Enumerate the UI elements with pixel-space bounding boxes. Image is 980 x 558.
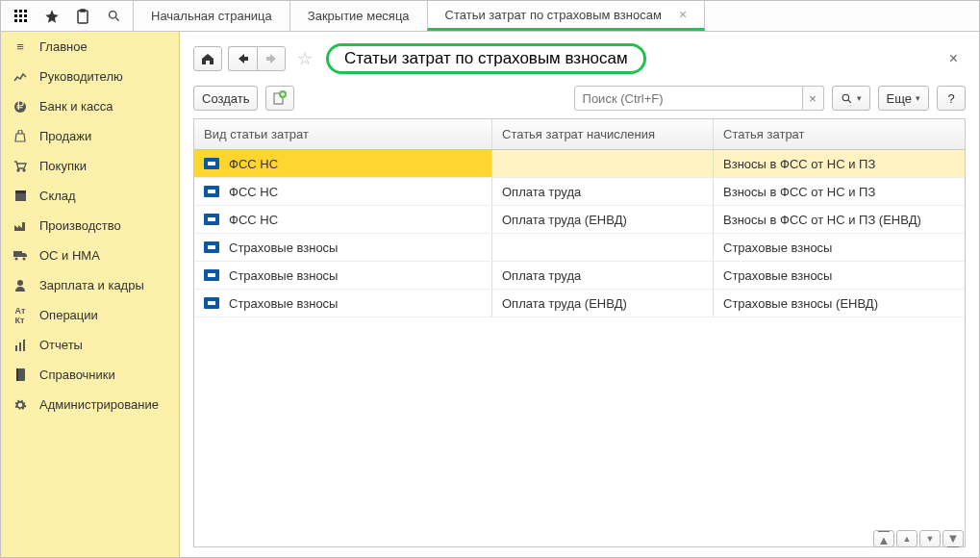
- sidebar-item-label: Операции: [39, 308, 98, 322]
- svg-rect-0: [14, 10, 17, 13]
- cell-accrual: Оплата труда: [492, 262, 714, 289]
- clear-search-button[interactable]: ×: [803, 86, 824, 111]
- sidebar-item-label: Покупки: [39, 159, 87, 173]
- sidebar-item-manager[interactable]: Руководителю: [1, 62, 179, 91]
- copy-create-button[interactable]: [265, 86, 294, 111]
- sidebar-item-hr[interactable]: Зарплата и кадры: [1, 270, 179, 300]
- scroll-down-button[interactable]: ▼: [919, 530, 941, 547]
- nav-buttons: [228, 46, 286, 71]
- column-header-type[interactable]: Вид статьи затрат: [194, 119, 492, 149]
- svg-rect-24: [16, 368, 18, 381]
- table-row[interactable]: ФСС НСВзносы в ФСС от НС и ПЗ: [194, 150, 965, 178]
- sidebar-item-label: Банк и касса: [39, 99, 113, 114]
- svg-rect-8: [24, 19, 27, 22]
- svg-rect-3: [14, 14, 17, 17]
- scroll-bottom-button[interactable]: ▼: [942, 530, 964, 547]
- sidebar-item-assets[interactable]: ОС и НМА: [1, 241, 179, 270]
- search-input[interactable]: [574, 86, 803, 111]
- app-body: ≡Главное Руководителю ₽Банк и касса Прод…: [1, 32, 979, 557]
- tab-month-close[interactable]: Закрытие месяца: [289, 1, 428, 31]
- cell-accrual: Оплата труда (ЕНВД): [492, 206, 714, 233]
- sidebar-item-bank[interactable]: ₽Банк и касса: [1, 91, 179, 121]
- clipboard-icon[interactable]: [68, 2, 97, 31]
- chevron-down-icon: ▾: [916, 93, 920, 103]
- sidebar-item-purchase[interactable]: Покупки: [1, 151, 179, 181]
- sidebar-item-warehouse[interactable]: Склад: [1, 181, 179, 211]
- svg-point-13: [17, 169, 19, 171]
- tab-label: Закрытие месяца: [308, 9, 410, 23]
- sidebar-item-main[interactable]: ≡Главное: [1, 32, 179, 62]
- svg-rect-6: [14, 19, 17, 22]
- cell-expense: Страховые взносы: [714, 262, 965, 289]
- sidebar-item-refs[interactable]: Справочники: [1, 360, 179, 390]
- table-row[interactable]: ФСС НСОплата труда (ЕНВД)Взносы в ФСС от…: [194, 206, 965, 234]
- record-icon: [204, 158, 219, 169]
- scroll-top-button[interactable]: ▲: [873, 530, 894, 547]
- toolbar: Создать × ▾ Еще ▾ ?: [180, 82, 979, 118]
- svg-text:₽: ₽: [16, 100, 24, 113]
- grid-body: ФСС НСВзносы в ФСС от НС и ПЗФСС НСОплат…: [194, 150, 965, 546]
- person-icon: [13, 279, 28, 292]
- cell-expense: Взносы в ФСС от НС и ПЗ (ЕНВД): [714, 206, 965, 233]
- svg-rect-4: [19, 14, 22, 17]
- table-row[interactable]: Страховые взносыСтраховые взносы: [194, 234, 965, 262]
- home-button[interactable]: [193, 46, 222, 71]
- data-grid: Вид статьи затрат Статья затрат начислен…: [193, 118, 966, 547]
- sidebar-item-label: Главное: [39, 39, 88, 54]
- top-bar-tools: [1, 1, 134, 31]
- svg-rect-2: [24, 10, 27, 13]
- sidebar-item-label: Зарплата и кадры: [39, 278, 144, 292]
- sidebar-item-reports[interactable]: Отчеты: [1, 330, 179, 360]
- back-button[interactable]: [228, 46, 257, 71]
- cell-expense: Страховые взносы (ЕНВД): [714, 290, 965, 317]
- sidebar-item-production[interactable]: Производство: [1, 211, 179, 241]
- apps-icon[interactable]: [7, 2, 36, 31]
- cell-expense: Взносы в ФСС от НС и ПЗ: [714, 150, 965, 177]
- table-row[interactable]: Страховые взносыОплата трудаСтраховые вз…: [194, 262, 965, 290]
- sidebar-item-label: Отчеты: [39, 338, 83, 352]
- find-button[interactable]: ▾: [832, 86, 870, 111]
- sidebar-item-sales[interactable]: Продажи: [1, 121, 179, 151]
- sidebar-item-label: Справочники: [39, 368, 115, 382]
- table-row[interactable]: ФСС НСОплата трудаВзносы в ФСС от НС и П…: [194, 178, 965, 206]
- tab-label: Статьи затрат по страховым взносам: [445, 8, 662, 22]
- tab-insurance-expenses[interactable]: Статьи затрат по страховым взносам ×: [427, 1, 706, 31]
- report-icon: [13, 340, 28, 351]
- favorite-star-icon[interactable]: ☆: [297, 48, 313, 69]
- cart-icon: [13, 160, 28, 172]
- grid-head: Вид статьи затрат Статья затрат начислен…: [194, 119, 965, 150]
- svg-rect-9: [78, 11, 88, 23]
- sidebar-item-label: Руководителю: [39, 69, 123, 84]
- search-icon[interactable]: [99, 2, 128, 31]
- page-header: ☆ Статьи затрат по страховым взносам ×: [180, 32, 979, 82]
- close-page-button[interactable]: ×: [945, 50, 962, 67]
- svg-rect-20: [15, 345, 17, 351]
- forward-button[interactable]: [257, 46, 286, 71]
- help-button[interactable]: ?: [937, 86, 966, 111]
- sidebar-item-label: Продажи: [39, 129, 91, 143]
- book-icon: [13, 368, 28, 381]
- ruble-icon: ₽: [13, 100, 28, 114]
- svg-point-19: [17, 280, 23, 286]
- sidebar-item-label: Склад: [39, 189, 76, 203]
- column-header-accrual[interactable]: Статья затрат начисления: [492, 119, 714, 149]
- close-icon[interactable]: ×: [679, 8, 687, 21]
- star-icon[interactable]: [38, 2, 66, 31]
- record-icon: [204, 214, 219, 225]
- factory-icon: [13, 220, 28, 232]
- tab-home[interactable]: Начальная страница: [133, 1, 290, 31]
- main-panel: ☆ Статьи затрат по страховым взносам × С…: [180, 32, 979, 557]
- create-button[interactable]: Создать: [193, 86, 258, 111]
- column-header-expense[interactable]: Статья затрат: [714, 119, 965, 149]
- sidebar-item-admin[interactable]: Администрирование: [1, 390, 179, 419]
- sidebar-item-ops[interactable]: АтКтОперации: [1, 300, 179, 330]
- cell-accrual: Оплата труда: [492, 178, 714, 205]
- more-button[interactable]: Еще ▾: [878, 86, 929, 111]
- scroll-up-button[interactable]: ▲: [896, 530, 917, 547]
- cell-accrual: [492, 234, 714, 261]
- record-icon: [204, 186, 219, 197]
- svg-rect-16: [15, 190, 26, 193]
- cell-accrual: Оплата труда (ЕНВД): [492, 290, 714, 317]
- table-row[interactable]: Страховые взносыОплата труда (ЕНВД)Страх…: [194, 290, 965, 317]
- truck-icon: [13, 250, 28, 261]
